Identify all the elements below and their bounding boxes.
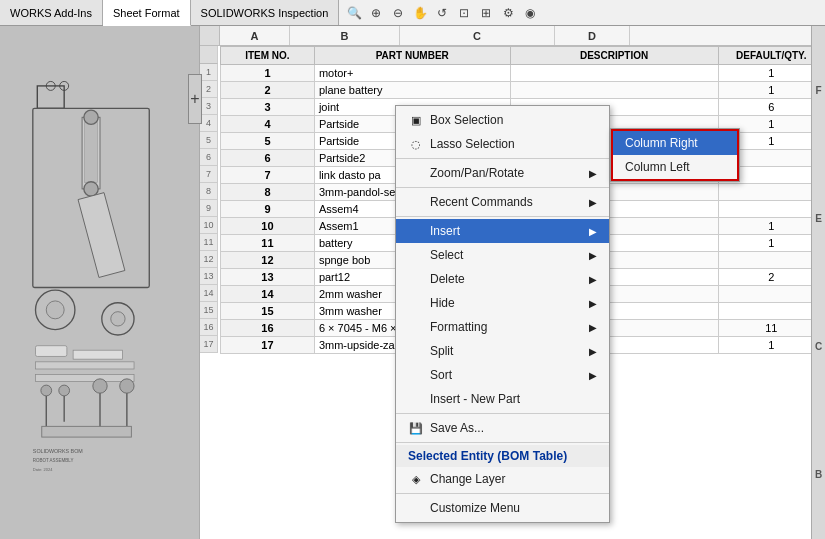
menu-item-change-layer[interactable]: ◈Change Layer	[396, 467, 609, 491]
cell-qty	[718, 286, 824, 303]
menu-item-hide[interactable]: Hide▶	[396, 291, 609, 315]
tab-solidworks-inspection[interactable]: SOLIDWORKS Inspection	[191, 0, 340, 25]
menu-item-save-as---[interactable]: 💾Save As...	[396, 416, 609, 440]
menu-section-header: Selected Entity (BOM Table)	[396, 445, 609, 467]
cell-qty: 2	[718, 269, 824, 286]
menu-icon	[406, 391, 426, 407]
menu-arrow-icon: ▶	[589, 274, 597, 285]
menu-item-recent-commands[interactable]: Recent Commands▶	[396, 190, 609, 214]
row-number-cell: 9	[200, 200, 218, 217]
menu-arrow-icon: ▶	[589, 370, 597, 381]
menu-arrow-icon: ▶	[589, 226, 597, 237]
menu-icon	[406, 319, 426, 335]
svg-rect-0	[37, 85, 64, 107]
cell-item-no: 10	[221, 218, 315, 235]
menu-item-label: Formatting	[430, 320, 487, 334]
cell-item-no: 8	[221, 184, 315, 201]
letter-e: E	[815, 213, 822, 224]
menu-item-formatting[interactable]: Formatting▶	[396, 315, 609, 339]
menu-item-customize-menu[interactable]: Customize Menu	[396, 496, 609, 520]
menu-item-zoom-pan-rotate[interactable]: Zoom/Pan/Rotate▶	[396, 161, 609, 185]
robot-svg: SOLIDWORKS BOM ROBOT ASSEMBLY Date: 2024	[20, 68, 180, 498]
svg-rect-5	[84, 119, 97, 182]
menu-item-sort[interactable]: Sort▶	[396, 363, 609, 387]
cell-item-no: 14	[221, 286, 315, 303]
menu-item-insert[interactable]: Insert▶	[396, 219, 609, 243]
context-menu: ▣Box Selection◌Lasso SelectionZoom/Pan/R…	[395, 105, 610, 523]
cell-part-number: plane battery	[314, 82, 510, 99]
row-number-cell: 5	[200, 132, 218, 149]
table-row[interactable]: 2 plane battery 1	[221, 82, 825, 99]
cell-qty: 1	[718, 337, 824, 354]
menu-item-split[interactable]: Split▶	[396, 339, 609, 363]
row-number-cell: 12	[200, 251, 218, 268]
menu-item-select[interactable]: Select▶	[396, 243, 609, 267]
cell-item-no: 11	[221, 235, 315, 252]
menu-divider	[396, 442, 609, 443]
submenu-item-column-right[interactable]: Column Right	[611, 131, 739, 155]
menu-item-box-selection[interactable]: ▣Box Selection	[396, 108, 609, 132]
menu-arrow-icon: ▶	[589, 346, 597, 357]
menu-icon	[406, 343, 426, 359]
menu-item-delete[interactable]: Delete▶	[396, 267, 609, 291]
menu-arrow-icon: ▶	[589, 322, 597, 333]
cell-qty: 6	[718, 99, 824, 116]
menu-item-label: Sort	[430, 368, 452, 382]
row-number-cell: 15	[200, 302, 218, 319]
row-number-cell: 16	[200, 319, 218, 336]
svg-point-12	[110, 311, 124, 325]
row-number-cell: 11	[200, 234, 218, 251]
menu-item-label: Split	[430, 344, 453, 358]
toolbar-icons: 🔍 ⊕ ⊖ ✋ ↺ ⊡ ⊞ ⚙ ◉	[339, 0, 545, 25]
svg-point-18	[58, 385, 69, 396]
menu-item-lasso-selection[interactable]: ◌Lasso Selection	[396, 132, 609, 156]
menu-icon	[406, 223, 426, 239]
menu-item-label: Save As...	[430, 421, 484, 435]
submenu-item-column-left[interactable]: Column Left	[611, 155, 739, 179]
cell-item-no: 6	[221, 150, 315, 167]
tab-sheet-format[interactable]: Sheet Format	[103, 0, 191, 26]
menu-icon: ◌	[406, 136, 426, 152]
row-number-cell: 1	[200, 64, 218, 81]
toolbar: WORKS Add-Ins Sheet Format SOLIDWORKS In…	[0, 0, 825, 26]
cell-item-no: 3	[221, 99, 315, 116]
rotate-icon[interactable]: ↺	[433, 4, 451, 22]
menu-item-label: Hide	[430, 296, 455, 310]
cell-item-no: 4	[221, 116, 315, 133]
cell-description	[510, 65, 718, 82]
menu-divider	[396, 187, 609, 188]
row-number-cell: 4	[200, 115, 218, 132]
cell-part-number: motor+	[314, 65, 510, 82]
svg-point-19	[92, 378, 106, 392]
svg-text:SOLIDWORKS BOM: SOLIDWORKS BOM	[32, 448, 83, 454]
letter-c: C	[815, 341, 822, 352]
cell-qty: 1	[718, 82, 824, 99]
pan-icon[interactable]: ✋	[411, 4, 429, 22]
menu-item-label: Zoom/Pan/Rotate	[430, 166, 524, 180]
menu-item-insert---new-part[interactable]: Insert - New Part	[396, 387, 609, 411]
menu-icon	[406, 295, 426, 311]
zoom-out-icon[interactable]: ⊖	[389, 4, 407, 22]
view-icon[interactable]: ⊞	[477, 4, 495, 22]
tab-works-addins[interactable]: WORKS Add-Ins	[0, 0, 103, 25]
cell-item-no: 13	[221, 269, 315, 286]
row-number-cell: 6	[200, 149, 218, 166]
search-icon[interactable]: 🔍	[345, 4, 363, 22]
menu-divider	[396, 413, 609, 414]
menu-arrow-icon: ▶	[589, 298, 597, 309]
table-row[interactable]: 1 motor+ 1	[221, 65, 825, 82]
row-number-cell: 13	[200, 268, 218, 285]
cell-qty	[718, 252, 824, 269]
panel-resize-handle[interactable]: +	[188, 74, 202, 124]
cell-item-no: 16	[221, 320, 315, 337]
cell-item-no: 15	[221, 303, 315, 320]
menu-item-label: Insert - New Part	[430, 392, 520, 406]
svg-text:Date: 2024: Date: 2024	[32, 467, 52, 472]
settings-icon[interactable]: ⚙	[499, 4, 517, 22]
zoom-in-icon[interactable]: ⊕	[367, 4, 385, 22]
extra-icon[interactable]: ◉	[521, 4, 539, 22]
cell-qty	[718, 184, 824, 201]
header-qty: Default/QTY.	[718, 47, 824, 65]
fit-icon[interactable]: ⊡	[455, 4, 473, 22]
menu-icon: ◈	[406, 471, 426, 487]
